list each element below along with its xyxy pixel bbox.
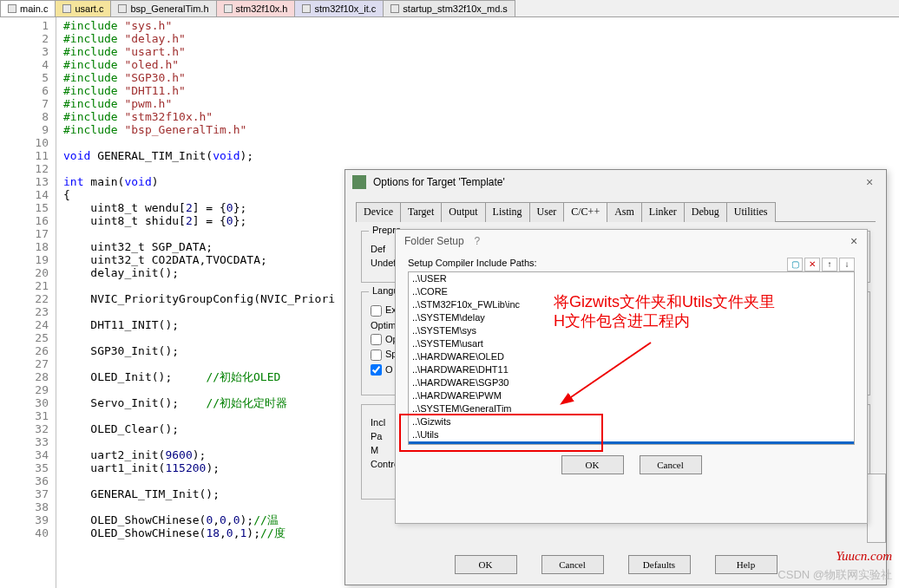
delete-button[interactable]: ✕ xyxy=(804,258,820,271)
options-tab[interactable]: Listing xyxy=(485,202,530,222)
options-tab[interactable]: Device xyxy=(356,202,401,222)
dialog2-titlebar: Folder Setup ? × xyxy=(396,230,867,252)
file-tab[interactable]: stm32f10x.h xyxy=(216,0,296,16)
checkbox-sp[interactable] xyxy=(371,350,382,361)
checkbox-o[interactable] xyxy=(371,364,382,376)
file-icon xyxy=(302,4,311,13)
help-button[interactable]: Help xyxy=(715,555,778,574)
options-tab[interactable]: Asm xyxy=(607,202,642,222)
file-tab[interactable]: main.c xyxy=(0,0,56,16)
options-tab[interactable]: C/C++ xyxy=(563,202,607,222)
file-icon xyxy=(224,4,233,13)
list-item[interactable]: ..\USER xyxy=(409,272,854,285)
help-icon[interactable]: ? xyxy=(464,235,490,247)
list-item[interactable]: ..\HARDWARE\OLED xyxy=(409,350,854,363)
close-icon[interactable]: × xyxy=(841,234,867,248)
checkbox-ex[interactable] xyxy=(371,305,382,317)
line-gutter: 1234567891011121314151617181920212223242… xyxy=(0,17,56,588)
list-item[interactable]: ..\SYSTEM\usart xyxy=(409,337,854,350)
dialog2-buttons: OKCancel xyxy=(408,455,855,474)
folder-setup-dialog: Folder Setup ? × ▢ ✕ ↑ ↓ Setup Compiler … xyxy=(395,229,868,524)
move-down-button[interactable]: ↓ xyxy=(839,258,855,271)
ok-button[interactable]: OK xyxy=(561,455,624,474)
list-item[interactable]: ..\Gizwits xyxy=(409,415,854,428)
cancel-button[interactable]: Cancel xyxy=(541,555,604,574)
annotation-text: 将Gizwits文件夹和Utils文件夹里 H文件包含进工程内 xyxy=(554,292,775,330)
file-icon xyxy=(118,4,127,13)
list-toolbar: ▢ ✕ ↑ ↓ xyxy=(787,258,855,271)
options-tab[interactable]: Linker xyxy=(641,202,685,222)
options-tab[interactable]: Output xyxy=(441,202,485,222)
dialog2-title: Folder Setup xyxy=(404,235,464,247)
checkbox-op[interactable] xyxy=(371,334,382,345)
file-tabs: main.cusart.cbsp_GeneralTim.hstm32f10x.h… xyxy=(0,0,899,17)
defaults-button[interactable]: Defaults xyxy=(628,555,691,574)
list-item[interactable]: ..\HARDWARE\SGP30 xyxy=(409,376,854,389)
options-tabs: DeviceTargetOutputListingUserC/C++AsmLin… xyxy=(356,201,876,222)
options-tab[interactable]: Debug xyxy=(684,202,727,222)
new-button[interactable]: ▢ xyxy=(787,258,803,271)
options-tab[interactable]: User xyxy=(529,202,565,222)
dialog-titlebar: Options for Target 'Template' × xyxy=(345,170,886,194)
watermark: Yuucn.com xyxy=(836,549,892,564)
move-up-button[interactable]: ↑ xyxy=(822,258,837,271)
ok-button[interactable]: OK xyxy=(455,555,517,574)
options-tab[interactable]: Target xyxy=(400,202,442,222)
file-tab[interactable]: startup_stm32f10x_md.s xyxy=(383,0,515,16)
cancel-button[interactable]: Cancel xyxy=(640,455,702,474)
dialog-title: Options for Target 'Template' xyxy=(373,176,505,188)
list-item[interactable]: ..\Utils xyxy=(409,428,854,441)
list-item[interactable]: ..\HARDWARE\DHT11 xyxy=(409,363,854,376)
file-tab[interactable]: stm32f10x_it.c xyxy=(294,0,384,16)
file-icon xyxy=(62,4,71,13)
side-stub xyxy=(867,474,886,543)
close-icon[interactable]: × xyxy=(860,175,879,189)
file-tab[interactable]: usart.c xyxy=(55,0,111,16)
file-tab[interactable]: bsp_GeneralTim.h xyxy=(110,0,216,16)
list-item[interactable]: ..\SYSTEM\GeneralTim xyxy=(409,402,854,415)
watermark-csdn: CSDN @物联网实验社 xyxy=(778,567,892,583)
app-icon xyxy=(352,175,366,189)
file-icon xyxy=(390,4,399,13)
options-tab[interactable]: Utilities xyxy=(726,202,776,222)
file-icon xyxy=(8,4,16,13)
list-item-selected[interactable] xyxy=(409,441,854,445)
list-item[interactable]: ..\HARDWARE\PWM xyxy=(409,389,854,402)
